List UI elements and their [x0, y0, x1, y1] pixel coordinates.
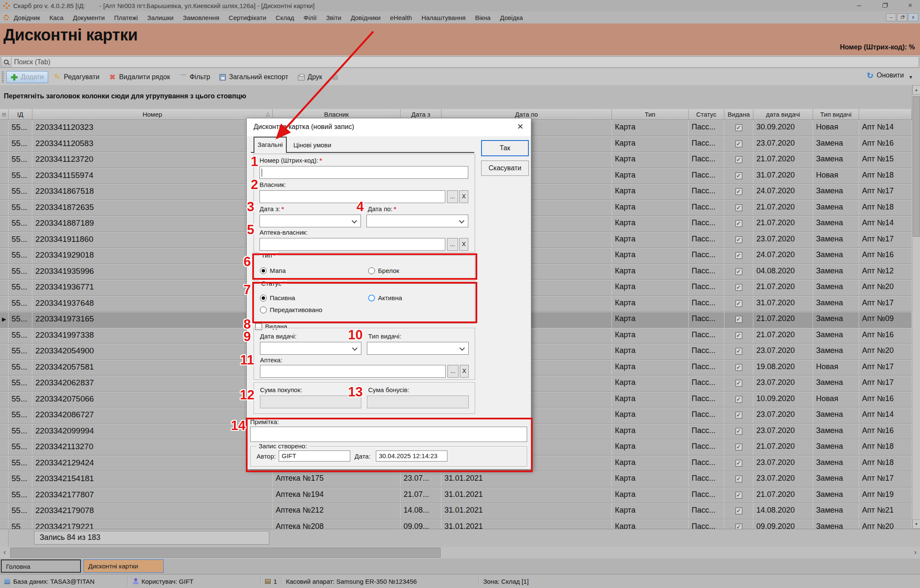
mdi-close-button[interactable]: x: [908, 13, 918, 21]
owner-clear-button[interactable]: X: [459, 190, 468, 203]
table-row[interactable]: 552203342179221Аптека №20809.09...31.01.…: [0, 519, 912, 529]
issued-checkbox-icon[interactable]: ✓: [735, 220, 742, 227]
tab-tsinovi-umovy[interactable]: Цінові умови: [288, 140, 336, 152]
issued-checkbox-icon[interactable]: ✓: [735, 204, 742, 211]
menu-item-налаштування[interactable]: Налаштування: [417, 12, 470, 23]
scroll-up-icon[interactable]: ▲: [912, 85, 920, 95]
toolbar-button-delete[interactable]: ✖Видалити рядок: [105, 72, 173, 83]
radio-aktyvna[interactable]: Активна: [368, 294, 402, 301]
menu-item-філії[interactable]: Філії: [299, 12, 321, 23]
menu-item-платежі[interactable]: Платежі: [110, 12, 143, 23]
date-from-combo[interactable]: [260, 215, 361, 227]
menu-item-звіти[interactable]: Звіти: [321, 12, 346, 23]
grid-menu-icon[interactable]: ▤: [2, 112, 6, 117]
toolbar-button-list[interactable]: ▤: [328, 72, 343, 83]
menu-item-залишки[interactable]: Залишки: [143, 12, 179, 23]
issued-checkbox-icon[interactable]: ✓: [735, 268, 742, 275]
toolbar-button-plus[interactable]: Додати: [6, 71, 48, 83]
pharmacy-owner-browse-button[interactable]: ...: [447, 238, 458, 251]
issued-checkbox-icon[interactable]: ✓: [735, 236, 742, 243]
toolbar-button-export[interactable]: Загальний експорт: [216, 72, 292, 83]
radio-brelok[interactable]: Брелок: [368, 267, 399, 274]
issued-checkbox-icon[interactable]: ✓: [735, 124, 742, 131]
issued-checkbox-icon[interactable]: ✓: [735, 172, 742, 179]
column-header-7[interactable]: Статус: [689, 109, 724, 120]
radio-pasyvna[interactable]: Пасивна: [260, 294, 295, 301]
sort-ascending-icon[interactable]: △: [266, 111, 270, 117]
scroll-down-icon[interactable]: ▼: [912, 519, 920, 529]
column-header-11[interactable]: [859, 109, 912, 120]
horizontal-scrollbar[interactable]: ‹ ›: [0, 547, 920, 559]
tab-diskontni-kartky[interactable]: Дисконтні картки: [84, 559, 164, 573]
menu-item-вікна[interactable]: Вікна: [470, 12, 496, 23]
dialog-close-icon[interactable]: ×: [514, 120, 527, 133]
issued-checkbox-icon[interactable]: ✓: [735, 188, 742, 195]
table-row[interactable]: 55...2203342154181Аптека №17523.07...31.…: [0, 471, 912, 488]
menu-item-замовлення[interactable]: Замовлення: [178, 12, 224, 23]
issued-checkbox-icon[interactable]: ✓: [735, 252, 742, 259]
issue-type-combo[interactable]: [367, 342, 469, 355]
toolbar-drag-handle[interactable]: [2, 72, 4, 83]
search-input[interactable]: Поиск (Tab): [1, 56, 919, 68]
pharmacy-owner-clear-button[interactable]: X: [459, 238, 468, 251]
refresh-button[interactable]: Оновити: [877, 72, 904, 79]
issued-checkbox-icon[interactable]: ✓: [735, 412, 742, 419]
restore-button[interactable]: [879, 1, 890, 10]
issued-checkbox-icon[interactable]: ✓: [735, 396, 742, 403]
issued-checkbox-icon[interactable]: ✓: [735, 476, 742, 482]
mdi-minimize-button[interactable]: –: [886, 13, 896, 21]
radio-mapa[interactable]: Мапа: [260, 267, 286, 274]
column-header-8[interactable]: Видана: [724, 109, 753, 120]
ok-button[interactable]: Так: [481, 140, 529, 156]
table-row[interactable]: 55...2203342177807Аптека №19421.07...31.…: [0, 488, 912, 504]
scroll-right-icon[interactable]: ›: [911, 547, 920, 559]
tab-zahalni[interactable]: Загальні: [254, 137, 287, 153]
issued-checkbox-icon[interactable]: ✓: [735, 428, 742, 435]
refresh-caret-icon[interactable]: ▼: [908, 75, 913, 80]
issued-checkbox-icon[interactable]: ✓: [735, 380, 742, 387]
tab-holovna[interactable]: Головна: [1, 559, 81, 573]
issued-checkbox-icon[interactable]: ✓: [735, 300, 742, 307]
column-header-9[interactable]: дата видачі: [753, 109, 813, 120]
menu-item-довідник[interactable]: Довідник: [9, 12, 45, 23]
issued-checkbox-icon[interactable]: ✓: [735, 364, 742, 371]
note-textarea[interactable]: [250, 427, 527, 442]
issued-checkbox-icon[interactable]: ✓: [735, 141, 742, 147]
menu-item-каса[interactable]: Каса: [45, 12, 68, 23]
column-header-2[interactable]: Номер△: [32, 109, 273, 120]
menu-item-ehealth[interactable]: eHealth: [385, 12, 417, 23]
menu-item-документи[interactable]: Документи: [68, 12, 110, 23]
menu-item-довідники[interactable]: Довідники: [346, 12, 385, 23]
number-input[interactable]: [260, 166, 468, 179]
toolbar-button-print[interactable]: Друк: [294, 72, 326, 83]
cancel-button[interactable]: Скасувати: [481, 161, 529, 176]
radio-peredaktyvovano[interactable]: Передактивовано: [260, 306, 322, 313]
owner-browse-button[interactable]: ...: [447, 190, 458, 203]
close-button[interactable]: ×: [905, 1, 916, 10]
issued-checkbox-icon[interactable]: ✓: [735, 460, 742, 467]
table-row[interactable]: 55...2203342179078Аптека №21214.08...31.…: [0, 503, 912, 519]
grouping-panel[interactable]: Перетягніть заголовок колонки сюди для у…: [0, 85, 920, 109]
column-header-6[interactable]: Тип: [612, 109, 689, 120]
pharmacy-clear-button[interactable]: X: [460, 365, 469, 378]
dialog-title-bar[interactable]: Дисконтна картка (новий запис) ×: [247, 118, 531, 136]
issued-checkbox-icon[interactable]: ✓: [735, 508, 742, 514]
menu-item-сертифікати[interactable]: Сертифікати: [224, 12, 271, 23]
scroll-left-icon[interactable]: ‹: [0, 547, 9, 559]
issued-checkbox-icon[interactable]: ✓: [735, 316, 742, 323]
issued-checkbox-icon[interactable]: ✓: [735, 524, 742, 529]
pharmacy-owner-input[interactable]: [260, 238, 445, 251]
toolbar-button-pencil[interactable]: ✎Редагувати: [50, 72, 104, 83]
issued-checkbox-icon[interactable]: ✓: [735, 444, 742, 450]
issued-checkbox-icon[interactable]: ✓: [735, 348, 742, 355]
minimize-button[interactable]: –: [854, 1, 865, 10]
date-to-combo[interactable]: [366, 215, 468, 227]
pharmacy-browse-button[interactable]: ...: [447, 365, 459, 378]
horizontal-scroll-thumb[interactable]: [10, 548, 441, 558]
issued-checkbox-icon[interactable]: ✓: [735, 332, 742, 339]
vertical-scrollbar[interactable]: ▲ ▼: [912, 85, 920, 529]
issue-date-combo[interactable]: [260, 342, 361, 355]
issued-checkbox-icon[interactable]: ✓: [735, 156, 742, 163]
mdi-restore-button[interactable]: [897, 13, 907, 21]
menu-item-склад[interactable]: Склад: [271, 12, 299, 23]
